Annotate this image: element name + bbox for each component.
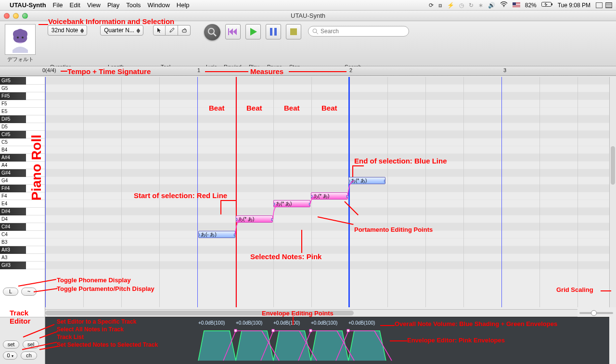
menu-edit[interactable]: Edit [70,1,80,9]
note[interactable]: あ(- あ) [198,231,235,238]
transport [225,24,301,39]
quantize-select[interactable]: 32nd Note [48,25,87,36]
clock-icon[interactable]: ↻ [469,2,474,9]
toggle-phoneme-button[interactable]: L [3,288,18,296]
piano-key[interactable]: E4 [0,200,45,208]
wifi-icon[interactable] [500,1,508,9]
svg-rect-2 [552,3,552,5]
zoom-knob[interactable] [591,310,597,316]
titlebar: UTAU-Synth [0,11,616,21]
search-box[interactable] [308,26,409,37]
piano-key[interactable]: F#5 [0,92,45,100]
measure-mark-1: 1 [197,67,200,73]
svg-rect-21 [272,329,274,332]
piano-key[interactable]: G#4 [0,169,45,177]
stop-button[interactable] [286,24,301,39]
piano-roll[interactable]: あ(- あ)あ(* あ)あ(* あ)あ(* あ)あ(* あ) +0.0dB(10… [45,77,616,364]
battery-icon[interactable] [541,1,553,9]
piano-key[interactable]: B4 [0,146,45,154]
scroll-thumb[interactable] [45,311,354,315]
piano-key[interactable]: A4 [0,162,45,169]
piano-key[interactable]: B3 [0,238,45,246]
envelope-canvas[interactable] [45,317,609,364]
eraser-tool[interactable] [178,25,191,36]
track-list-select[interactable]: 0 ▾ [3,351,17,360]
svg-rect-9 [228,28,229,35]
timeline-ruler[interactable]: 0(4/4) 1 2 3 [0,66,616,76]
piano-key[interactable]: D4 [0,215,45,223]
voicebank-selector[interactable]: デフォルト [5,24,36,63]
play-button[interactable] [245,24,261,39]
piano-key[interactable]: G#5 [0,77,45,85]
voicebank-avatar[interactable] [5,24,36,55]
note[interactable]: あ(* あ) [273,200,310,207]
sync-icon[interactable]: ⟳ [429,2,434,9]
piano-key[interactable]: C#4 [0,223,45,231]
main-area: G#5G5F#5F5E5D#5D5C#5C5B4A#4A4G#4G4F#4F4E… [0,77,616,364]
scroll-thumb[interactable] [611,146,615,185]
app-window: UTAU-Synth デフォルト 32nd Note Quarter N... [0,11,616,364]
set-track-button[interactable]: set [3,340,19,349]
piano-key[interactable]: F4 [0,192,45,200]
piano-key[interactable]: C4 [0,231,45,238]
dropbox-icon[interactable]: ⧈ [438,2,442,9]
rewind-button[interactable] [225,24,241,39]
track-editor: set sel 0 ▾ ch [0,317,45,364]
select-all-button[interactable]: sel [23,340,39,349]
menu-play[interactable]: Play [107,1,119,9]
zoom-slider[interactable] [579,309,613,317]
menu-view[interactable]: View [87,1,101,9]
search-input[interactable] [321,28,405,35]
length-select[interactable]: Quarter N... [100,25,143,36]
menu-file[interactable]: File [53,1,63,9]
battery-text: 82% [525,2,537,9]
menu-help[interactable]: Help [177,1,190,9]
menu-tools[interactable]: Tools [126,1,141,9]
note[interactable]: あ(* あ) [236,215,273,223]
piano-key[interactable]: D5 [0,123,45,131]
piano-key[interactable]: G4 [0,177,45,185]
svg-rect-23 [347,329,349,332]
piano-key[interactable]: D#4 [0,208,45,215]
horizontal-scrollbar[interactable] [45,309,578,317]
menubar-clock[interactable]: Tue 9:08 PM [558,2,590,9]
piano-key[interactable]: A#4 [0,154,45,162]
svg-rect-20 [234,329,237,332]
svg-rect-10 [270,28,272,36]
piano-key[interactable]: A3 [0,254,45,262]
piano-key[interactable]: F#4 [0,185,45,192]
piano-key[interactable]: C5 [0,138,45,146]
pause-button[interactable] [266,24,281,39]
svg-line-8 [214,34,216,36]
app-menu[interactable]: UTAU-Synth [10,1,46,9]
input-flag-icon[interactable] [513,2,520,8]
piano-key[interactable]: G5 [0,85,45,92]
piano-key[interactable]: G#3 [0,262,45,269]
piano-key[interactable]: F5 [0,100,45,108]
vertical-scrollbar[interactable] [609,77,616,307]
piano-key[interactable]: E5 [0,108,45,115]
lyric-button[interactable] [204,24,220,40]
toggle-portamento-button[interactable]: ~ [21,288,37,296]
volume-icon[interactable]: 🔊 [488,2,495,9]
svg-rect-6 [182,30,186,32]
piano-key[interactable]: D#5 [0,115,45,123]
note[interactable]: あ(* あ) [311,192,348,200]
toolbar: デフォルト 32nd Note Quarter N... Quantize [0,21,616,66]
menu-window[interactable]: Window [148,1,170,9]
piano-key[interactable]: C#5 [0,131,45,138]
envelope-editor[interactable]: +0.0dB(100)+0.0dB(100)+0.0dB(100)+0.0dB(… [45,317,609,364]
svg-rect-11 [274,28,277,36]
menubar-extras[interactable] [596,2,612,8]
pencil-tool[interactable] [166,25,178,36]
svg-point-0 [503,6,504,7]
measure-mark-2: 2 [349,67,352,73]
bluetooth-icon[interactable]: ∗ [478,2,483,9]
length-column: Quarter N... [95,25,148,36]
tempo-signature[interactable]: 0(4/4) [42,67,56,73]
pointer-tool[interactable] [153,25,166,36]
bolt-icon[interactable]: ⚡ [447,2,454,9]
set-selected-button[interactable]: ch [21,351,37,360]
note[interactable]: あ(* あ) [348,177,385,184]
piano-key[interactable]: A#3 [0,246,45,254]
